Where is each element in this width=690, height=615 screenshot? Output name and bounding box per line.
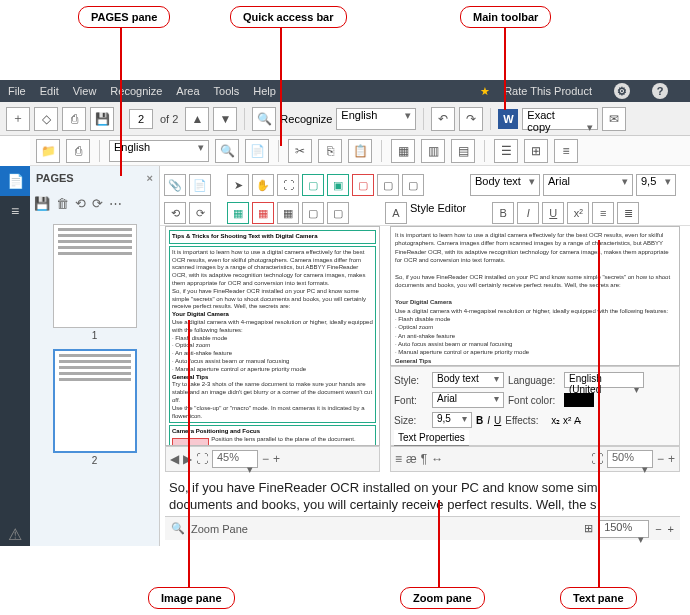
zgrid-icon[interactable]: ⊞ xyxy=(584,522,593,535)
zoom-dd[interactable]: 150% xyxy=(599,520,649,538)
menu-tools[interactable]: Tools xyxy=(214,85,240,97)
image-pane[interactable]: Tips & Tricks for Shooting Text with Dig… xyxy=(165,226,380,446)
p-u[interactable]: U xyxy=(494,415,501,426)
page-input[interactable] xyxy=(129,109,153,129)
pref1-icon[interactable]: ⟲ xyxy=(75,196,86,211)
psave-icon[interactable]: 💾 xyxy=(34,196,50,211)
scan-icon[interactable]: ⎙ xyxy=(62,107,86,131)
area5-icon[interactable]: ▢ xyxy=(402,174,424,196)
se-icon[interactable]: A xyxy=(385,202,407,224)
q-icon[interactable]: 🔍 xyxy=(215,139,239,163)
pdoc-icon[interactable]: 📄 xyxy=(189,174,211,196)
img-zoom[interactable]: 45% xyxy=(212,450,258,468)
list-tab-icon[interactable]: ≡ xyxy=(0,196,30,226)
tl2-icon[interactable]: æ xyxy=(406,452,417,466)
doc-icon[interactable]: 📄 xyxy=(245,139,269,163)
ifull-icon[interactable]: ⛶ xyxy=(196,452,208,466)
lens-icon[interactable]: 🔍 xyxy=(252,107,276,131)
underline-button[interactable]: U xyxy=(542,202,564,224)
t1b-icon[interactable]: ▦ xyxy=(227,202,249,224)
style-editor-button[interactable]: Style Editor xyxy=(410,202,466,224)
menu-view[interactable]: View xyxy=(73,85,97,97)
thumb-1[interactable] xyxy=(53,224,137,328)
p-font[interactable]: Arial xyxy=(432,392,504,408)
area3-icon[interactable]: ▢ xyxy=(352,174,374,196)
style-dropdown[interactable]: Body text xyxy=(470,174,540,196)
undo-icon[interactable]: ↶ xyxy=(431,107,455,131)
area2-icon[interactable]: ▣ xyxy=(327,174,349,196)
copy-dropdown[interactable]: Exact copy xyxy=(522,108,598,130)
thumb-2[interactable] xyxy=(53,349,137,453)
pref2-icon[interactable]: ⟳ xyxy=(92,196,103,211)
copy-icon[interactable]: ⎘ xyxy=(318,139,342,163)
hand-icon[interactable]: ✋ xyxy=(252,174,274,196)
pmore-icon[interactable]: ⋯ xyxy=(109,196,122,211)
align1-icon[interactable]: ≡ xyxy=(592,202,614,224)
tfull-icon[interactable]: ⛶ xyxy=(591,452,603,466)
next-icon[interactable]: ▼ xyxy=(213,107,237,131)
gear-icon[interactable]: ⚙ xyxy=(614,83,630,99)
cut-icon[interactable]: ✂ xyxy=(288,139,312,163)
send-icon[interactable]: ✉ xyxy=(602,107,626,131)
props-tab[interactable]: Text Properties xyxy=(394,430,469,446)
sel-icon[interactable]: ⛶ xyxy=(277,174,299,196)
zlens-icon[interactable]: 🔍 xyxy=(171,522,185,535)
l2-icon[interactable]: ⊞ xyxy=(524,139,548,163)
rate-link[interactable]: Rate This Product xyxy=(504,85,592,97)
p-b[interactable]: B xyxy=(476,415,483,426)
t4b-icon[interactable]: ▢ xyxy=(302,202,324,224)
menu-area[interactable]: Area xyxy=(176,85,199,97)
menu-help[interactable]: Help xyxy=(253,85,276,97)
bold-button[interactable]: B xyxy=(492,202,514,224)
menu-recognize[interactable]: Recognize xyxy=(110,85,162,97)
close-icon[interactable]: × xyxy=(147,172,153,184)
word-icon[interactable]: W xyxy=(498,109,518,129)
pages-tab-icon[interactable]: 📄 xyxy=(0,166,30,196)
l3-icon[interactable]: ≡ xyxy=(554,139,578,163)
scan2-icon[interactable]: ⎙ xyxy=(66,139,90,163)
paste-icon[interactable]: 📋 xyxy=(348,139,372,163)
redo-icon[interactable]: ↷ xyxy=(459,107,483,131)
menu-file[interactable]: File xyxy=(8,85,26,97)
new-icon[interactable]: ＋ xyxy=(6,107,30,131)
help-icon[interactable]: ? xyxy=(652,83,668,99)
t3-icon[interactable]: ▤ xyxy=(451,139,475,163)
p-size[interactable]: 9,5 xyxy=(432,412,472,428)
zoom-text[interactable]: So, if you have FineReader OCR installed… xyxy=(165,478,680,516)
pdel-icon[interactable]: 🗑 xyxy=(56,196,69,211)
tminus-icon[interactable]: − xyxy=(657,452,664,466)
font-dropdown[interactable]: Arial xyxy=(543,174,633,196)
align2-icon[interactable]: ≣ xyxy=(617,202,639,224)
open-icon[interactable]: ◇ xyxy=(34,107,58,131)
tl4-icon[interactable]: ↔ xyxy=(431,452,443,466)
prev-icon[interactable]: ▲ xyxy=(185,107,209,131)
zplus-icon[interactable]: + xyxy=(668,523,674,535)
txt-zoom[interactable]: 50% xyxy=(607,450,653,468)
r1-icon[interactable]: ⟲ xyxy=(164,202,186,224)
pclip-icon[interactable]: 📎 xyxy=(164,174,186,196)
folder-icon[interactable]: 📁 xyxy=(36,139,60,163)
t2b-icon[interactable]: ▦ xyxy=(252,202,274,224)
t5b-icon[interactable]: ▢ xyxy=(327,202,349,224)
italic-button[interactable]: I xyxy=(517,202,539,224)
size-dropdown[interactable]: 9,5 xyxy=(636,174,676,196)
r2-icon[interactable]: ⟳ xyxy=(189,202,211,224)
super-button[interactable]: x² xyxy=(567,202,589,224)
p-i[interactable]: I xyxy=(487,415,490,426)
tl3-icon[interactable]: ¶ xyxy=(421,452,427,466)
t2-icon[interactable]: ▥ xyxy=(421,139,445,163)
t1-icon[interactable]: ▦ xyxy=(391,139,415,163)
menu-edit[interactable]: Edit xyxy=(40,85,59,97)
save-icon[interactable]: 💾 xyxy=(90,107,114,131)
lang-dropdown[interactable]: English xyxy=(336,108,416,130)
p-lang[interactable]: English (United xyxy=(564,372,644,388)
recognize-button[interactable]: Recognize xyxy=(280,113,332,125)
warn-icon[interactable]: ⚠ xyxy=(0,522,30,546)
p-color[interactable] xyxy=(564,393,594,407)
p-style[interactable]: Body text xyxy=(432,372,504,388)
tplus-icon[interactable]: + xyxy=(668,452,675,466)
arrow-icon[interactable]: ➤ xyxy=(227,174,249,196)
area1-icon[interactable]: ▢ xyxy=(302,174,324,196)
iprev-icon[interactable]: ◀ xyxy=(170,452,179,466)
zminus-icon[interactable]: − xyxy=(655,523,661,535)
